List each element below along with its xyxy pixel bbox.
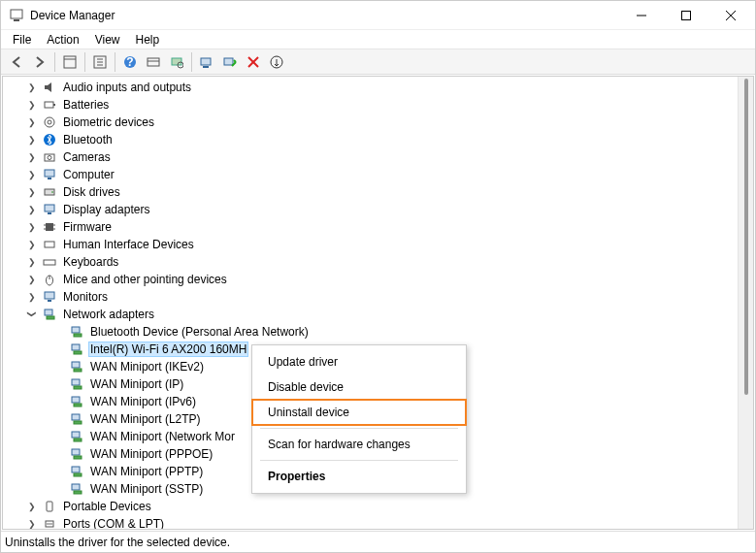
close-button[interactable] (708, 1, 753, 30)
tree-label: Ports (COM & LPT) (61, 517, 166, 529)
svg-rect-24 (45, 102, 53, 108)
menu-bar: File Action View Help (1, 30, 755, 49)
chevron-down-icon: ❯ (26, 309, 38, 320)
tree-category-bluetooth[interactable]: ❯ Bluetooth (3, 131, 738, 148)
scan-hardware-button[interactable] (165, 50, 188, 74)
uninstall-device-button[interactable] (242, 50, 265, 74)
camera-icon (42, 149, 57, 165)
svg-rect-60 (74, 386, 82, 389)
context-uninstall-device[interactable]: Uninstall device (252, 400, 466, 425)
menu-view[interactable]: View (87, 31, 128, 49)
disable-device-button[interactable] (218, 50, 242, 74)
svg-point-30 (48, 156, 51, 160)
monitor-icon (42, 289, 57, 305)
menu-action[interactable]: Action (39, 31, 86, 49)
network-adapter-icon (69, 359, 84, 374)
add-legacy-hardware-button[interactable] (265, 50, 288, 74)
tree-category-keyboards[interactable]: ❯ Keyboards (3, 253, 738, 271)
svg-rect-43 (44, 260, 55, 265)
tree-category-mice[interactable]: ❯ Mice and other pointing devices (3, 271, 738, 288)
chevron-right-icon: ❯ (26, 169, 38, 180)
tree-category-hid[interactable]: ❯ Human Interface Devices (3, 236, 738, 253)
tree-label: WAN Miniport (PPPOE) (88, 447, 214, 461)
svg-rect-20 (224, 58, 233, 65)
tree-category-display[interactable]: ❯ Display adapters (3, 201, 738, 218)
tree-category-audio[interactable]: ❯ Audio inputs and outputs (3, 79, 738, 96)
tree-category-disk[interactable]: ❯ Disk drives (3, 183, 738, 201)
status-text: Uninstalls the driver for the selected d… (5, 536, 230, 549)
tree-label: WAN Miniport (SSTP) (88, 482, 205, 496)
tree-category-portable[interactable]: ❯ Portable Devices (3, 498, 738, 515)
menu-file[interactable]: File (5, 31, 39, 49)
svg-rect-32 (48, 178, 51, 179)
tree-label: Bluetooth (61, 133, 115, 146)
help-button[interactable]: ? (118, 50, 142, 74)
minimize-button[interactable] (619, 1, 664, 30)
tree-label: WAN Miniport (IKEv2) (88, 360, 206, 374)
chevron-right-icon: ❯ (26, 518, 38, 529)
context-update-driver[interactable]: Update driver (252, 349, 466, 374)
tree-label: Human Interface Devices (61, 238, 196, 251)
tree-label: Computer (61, 168, 116, 181)
hid-icon (42, 237, 57, 252)
tree-label: WAN Miniport (L2TP) (88, 412, 203, 426)
network-adapter-icon (69, 464, 84, 479)
context-disable-device[interactable]: Disable device (252, 374, 466, 400)
network-icon (42, 307, 57, 322)
show-hide-console-tree-button[interactable] (58, 50, 82, 74)
mouse-icon (42, 272, 57, 287)
maximize-button[interactable] (664, 1, 708, 30)
menu-help[interactable]: Help (128, 31, 168, 49)
svg-rect-68 (74, 456, 82, 459)
tree-label: Monitors (61, 290, 110, 304)
svg-rect-67 (72, 449, 80, 455)
chevron-right-icon: ❯ (26, 501, 38, 512)
context-scan-hardware[interactable]: Scan for hardware changes (252, 432, 466, 457)
update-driver-button[interactable] (195, 50, 218, 74)
svg-rect-54 (74, 334, 82, 337)
svg-point-76 (49, 523, 50, 525)
tree-label: Mice and other pointing devices (61, 273, 229, 286)
chip-icon (42, 219, 57, 235)
tree-label: Disk drives (61, 185, 122, 199)
display-adapter-icon (42, 202, 57, 217)
tree-category-cameras[interactable]: ❯ Cameras (3, 148, 738, 166)
tree-label: Bluetooth Device (Personal Area Network) (88, 325, 311, 339)
toolbar-separator (115, 52, 115, 72)
status-bar: Uninstalls the driver for the selected d… (1, 531, 755, 552)
svg-rect-61 (72, 397, 80, 403)
chevron-right-icon: ❯ (26, 204, 38, 215)
network-adapter-icon (69, 394, 84, 409)
toolbar-separator (191, 52, 192, 72)
vertical-scrollbar[interactable] (738, 77, 753, 529)
tree-label: WAN Miniport (IPv6) (88, 395, 198, 408)
toolbar-separator (54, 52, 55, 72)
bluetooth-icon (42, 132, 57, 147)
toolbar: ? (1, 49, 755, 75)
tree-device-bt-pan[interactable]: Bluetooth Device (Personal Area Network) (3, 323, 738, 341)
tree-label: WAN Miniport (Network Mor (88, 430, 237, 443)
svg-rect-53 (72, 327, 80, 333)
keyboard-icon (42, 254, 57, 270)
back-button[interactable] (5, 50, 28, 74)
context-properties[interactable]: Properties (252, 464, 466, 489)
properties-button[interactable] (88, 50, 112, 74)
svg-rect-19 (203, 66, 209, 68)
tree-label: WAN Miniport (PPTP) (88, 465, 205, 478)
svg-rect-69 (72, 467, 80, 472)
tree-label: Cameras (61, 150, 113, 164)
tree-category-monitors[interactable]: ❯ Monitors (3, 288, 738, 306)
tree-category-firmware[interactable]: ❯ Firmware (3, 218, 738, 236)
tree-category-batteries[interactable]: ❯ Batteries (3, 96, 738, 114)
svg-rect-52 (47, 316, 54, 319)
forward-button[interactable] (28, 50, 51, 74)
network-adapter-icon (69, 411, 84, 427)
action-button[interactable] (142, 50, 165, 74)
tree-category-ports[interactable]: ❯ Ports (COM & LPT) (3, 515, 738, 529)
tree-category-network[interactable]: ❯ Network adapters (3, 306, 738, 323)
tree-category-computer[interactable]: ❯ Computer (3, 166, 738, 183)
svg-rect-71 (72, 484, 80, 490)
svg-rect-6 (64, 56, 76, 68)
titlebar: Device Manager (1, 1, 755, 30)
tree-category-biometric[interactable]: ❯ Biometric devices (3, 114, 738, 131)
